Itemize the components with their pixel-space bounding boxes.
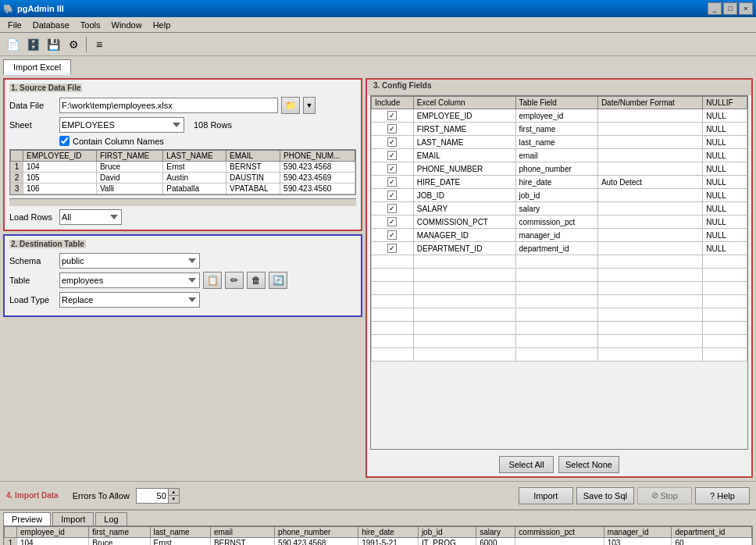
section3-title: 3. Config Fields xyxy=(370,80,434,91)
include-checkbox[interactable] xyxy=(387,204,397,213)
save-sql-button[interactable]: Save to Sql xyxy=(576,487,634,504)
config-table-row: EMAIL email NULL xyxy=(372,149,747,162)
toolbar-save-button[interactable]: 💾 xyxy=(44,35,62,54)
refresh-table-button[interactable]: 🔄 xyxy=(269,272,287,289)
include-checkbox[interactable] xyxy=(387,124,397,134)
menu-help[interactable]: Help xyxy=(148,19,176,31)
spinner-up-button[interactable]: ▲ xyxy=(168,489,179,496)
include-checkbox[interactable] xyxy=(387,217,397,226)
config-col-nullif: NULLIF xyxy=(703,97,747,109)
col-header-email: EMAIL xyxy=(226,151,280,162)
tab-import[interactable]: Import xyxy=(52,512,94,525)
preview-col-header: employee_id xyxy=(17,527,89,538)
app-icon: 🐘 xyxy=(3,4,14,14)
help-button[interactable]: ? Help xyxy=(695,487,750,504)
preview-col-header: manager_id xyxy=(604,527,672,538)
table-row: 3 106 Valli Pataballa VPATABAL 590.423.4… xyxy=(11,183,355,194)
load-rows-row: Load Rows All xyxy=(9,209,356,225)
horizontal-scrollbar[interactable] xyxy=(9,198,356,206)
minimize-button[interactable]: _ xyxy=(708,2,722,15)
config-table-empty-row xyxy=(372,322,747,335)
tab-log[interactable]: Log xyxy=(95,512,127,525)
preview-col-header: salary xyxy=(476,527,515,538)
toolbar-list-button[interactable]: ≡ xyxy=(90,35,109,54)
errors-spinner[interactable]: ▲ ▼ xyxy=(136,488,180,504)
toolbar-open-button[interactable]: 🗄️ xyxy=(23,35,42,54)
toolbar-separator xyxy=(86,37,87,52)
include-checkbox[interactable] xyxy=(387,164,397,173)
config-table-row: COMMISSION_PCT commission_pct NULL xyxy=(372,216,747,229)
stop-button: ⊘ Stop xyxy=(637,487,692,504)
include-checkbox[interactable] xyxy=(387,111,397,120)
main-content: 1. Source Data File Data File 📁 ▼ Sheet … xyxy=(0,75,756,481)
col-header-employee-id: EMPLOYEE_ID xyxy=(23,151,97,162)
contain-col-names-checkbox[interactable] xyxy=(59,136,70,146)
data-file-input[interactable] xyxy=(59,98,278,113)
toolbar: 📄 🗄️ 💾 ⚙ ≡ xyxy=(0,33,756,56)
edit-table-button[interactable]: ✏ xyxy=(225,272,244,289)
include-checkbox[interactable] xyxy=(387,230,397,240)
menu-file[interactable]: File xyxy=(3,19,27,31)
window-controls[interactable]: _ □ × xyxy=(708,2,753,15)
load-type-label: Load Type xyxy=(9,295,56,305)
config-table-empty-row xyxy=(372,348,747,362)
select-all-button[interactable]: Select All xyxy=(499,456,554,473)
preview-table: employee_idfirst_namelast_nameemailphone… xyxy=(4,526,752,545)
source-data-table-container: EMPLOYEE_ID FIRST_NAME LAST_NAME EMAIL P… xyxy=(9,149,356,195)
left-panel: 1. Source Data File Data File 📁 ▼ Sheet … xyxy=(3,78,362,478)
section-config-fields: 3. Config Fields Include Excel Column Ta… xyxy=(366,78,753,478)
load-rows-select[interactable]: All xyxy=(59,209,122,225)
config-table-empty-row xyxy=(372,282,747,295)
table-select[interactable]: employees xyxy=(59,272,200,288)
title-bar: 🐘 pgAdmin III _ □ × xyxy=(0,0,756,17)
include-checkbox[interactable] xyxy=(387,177,397,187)
close-button[interactable]: × xyxy=(739,2,753,15)
create-table-button[interactable]: 📋 xyxy=(203,272,222,289)
include-checkbox[interactable] xyxy=(387,191,397,200)
file-dropdown-button[interactable]: ▼ xyxy=(303,97,316,114)
config-table-row: PHONE_NUMBER phone_number NULL xyxy=(372,162,747,176)
action-buttons: Import Save to Sql ⊘ Stop ? Help xyxy=(519,487,750,504)
select-none-button[interactable]: Select None xyxy=(558,456,619,473)
toolbar-properties-button[interactable]: ⚙ xyxy=(64,35,83,54)
menu-tools[interactable]: Tools xyxy=(76,19,105,31)
toolbar-new-button[interactable]: 📄 xyxy=(3,35,22,54)
config-table-container[interactable]: Include Excel Column Table Field Date/Nu… xyxy=(370,95,748,450)
source-data-table: EMPLOYEE_ID FIRST_NAME LAST_NAME EMAIL P… xyxy=(10,150,355,194)
spinner-down-button[interactable]: ▼ xyxy=(168,496,179,503)
config-col-format: Date/Number Format xyxy=(597,97,702,109)
preview-col-header: job_id xyxy=(418,527,476,538)
preview-col-header: last_name xyxy=(150,527,210,538)
sheet-select[interactable]: EMPLOYEES xyxy=(59,117,184,133)
col-header-rownum xyxy=(11,151,23,162)
include-checkbox[interactable] xyxy=(387,151,397,160)
stop-icon: ⊘ xyxy=(651,490,658,500)
menu-bar: File Database Tools Window Help xyxy=(0,17,756,33)
config-table-row: SALARY salary NULL xyxy=(372,202,747,216)
schema-select[interactable]: public xyxy=(59,253,200,269)
menu-window[interactable]: Window xyxy=(107,19,147,31)
tab-preview[interactable]: Preview xyxy=(3,512,51,525)
config-fields-table: Include Excel Column Table Field Date/Nu… xyxy=(371,96,747,362)
config-table-row: DEPARTMENT_ID department_id NULL xyxy=(372,242,747,255)
contain-col-names-row: Contain Column Names xyxy=(59,136,356,146)
schema-label: Schema xyxy=(9,256,56,265)
menu-database[interactable]: Database xyxy=(28,19,74,31)
config-table-empty-row xyxy=(372,335,747,348)
browse-file-button[interactable]: 📁 xyxy=(281,97,300,114)
delete-table-button[interactable]: 🗑 xyxy=(247,272,266,289)
include-checkbox[interactable] xyxy=(387,244,397,253)
include-checkbox[interactable] xyxy=(387,137,397,147)
preview-row-num: 1 xyxy=(5,538,17,546)
schema-row: Schema public xyxy=(9,253,356,269)
config-col-include: Include xyxy=(372,97,414,109)
preview-col-header: phone_number xyxy=(275,527,358,538)
restore-button[interactable]: □ xyxy=(723,2,737,15)
tab-import-excel[interactable]: Import Excel xyxy=(3,59,71,75)
sheet-label: Sheet xyxy=(9,120,56,130)
config-table-row: LAST_NAME last_name NULL xyxy=(372,136,747,149)
import-button[interactable]: Import xyxy=(519,487,573,504)
preview-col-header: first_name xyxy=(89,527,150,538)
load-type-select[interactable]: Replace xyxy=(59,292,200,308)
errors-input[interactable] xyxy=(137,489,168,503)
